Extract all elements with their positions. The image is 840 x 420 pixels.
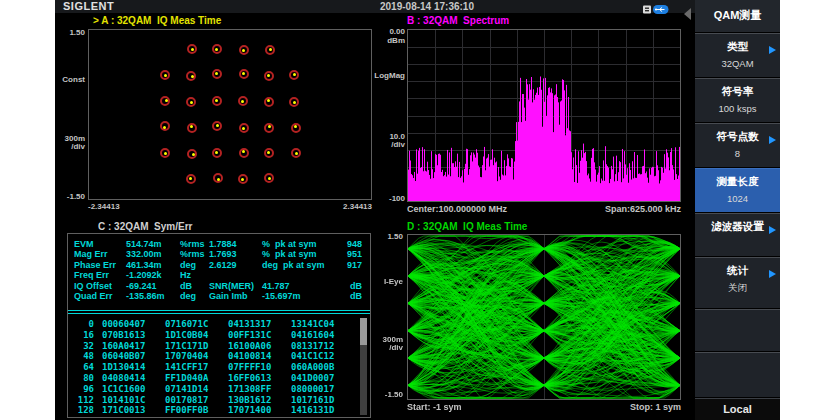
- constellation-point: [160, 70, 170, 80]
- constellation-point: [186, 97, 196, 107]
- submenu-arrow-icon: [769, 226, 776, 234]
- b-ref-unit: dBm: [361, 36, 405, 45]
- b-ymin-label: -100: [361, 194, 405, 203]
- spectrum-plot: [407, 29, 681, 202]
- constellation-point: [264, 148, 274, 158]
- constellation-point: [291, 123, 301, 133]
- sidebar-item-symbol-points[interactable]: 符号点数8: [695, 122, 780, 167]
- a-scale-unit: /div: [55, 142, 85, 151]
- d-scale-unit: /div: [359, 343, 403, 352]
- sidebar-item-label: 符号点数: [695, 123, 780, 144]
- constellation-point: [160, 96, 170, 106]
- constellation-point: [187, 44, 197, 54]
- constellation-point: [238, 174, 248, 184]
- sidebar-item-label: 滤波器设置: [695, 213, 780, 234]
- b-trace-label: LogMag: [361, 71, 405, 80]
- constellation-point: [264, 123, 274, 133]
- topbar: SIGLENT 2019-08-14 17:36:10: [55, 0, 695, 13]
- sidebar-item-value: 32QAM: [695, 58, 780, 69]
- meas-row: Quad Err-135.86mdegGain Imb-15.697mdB: [68, 291, 370, 301]
- sidebar-item-type[interactable]: 类型32QAM: [695, 32, 780, 77]
- hex-scrollbar[interactable]: [360, 318, 367, 415]
- sidebar-item-symbol-rate[interactable]: 符号率100 ksps: [695, 77, 780, 122]
- constellation-point: [212, 121, 222, 131]
- sidebar-item-label: 统计: [695, 257, 780, 278]
- window-b-title[interactable]: B : 32QAM Spectrum: [407, 15, 509, 26]
- constellation-point: [213, 173, 223, 183]
- screenshot-root: SIGLENT 2019-08-14 17:36:10 > A : 32QAM …: [0, 0, 840, 420]
- menu-items: 类型32QAM符号率100 ksps符号点数8测量长度1024滤波器设置统计关闭: [695, 32, 780, 308]
- sidebar-blank-section: [695, 308, 780, 351]
- sidebar-item-meas-length[interactable]: 测量长度1024: [695, 167, 780, 212]
- sidebar-blank-section: [695, 351, 780, 397]
- sidebar-item-value: 100 ksps: [695, 103, 780, 114]
- a-ymax-label: 1.50: [55, 28, 85, 37]
- meas-row: Mag Err332.00m%rms1.7693% pk at sym951: [68, 249, 370, 259]
- a-ymin-label: -1.50: [55, 192, 85, 201]
- d-trace-label: I-Eye: [359, 277, 403, 286]
- b-ref-level: 0.00: [361, 27, 405, 36]
- constellation-point: [239, 45, 249, 55]
- constellation-point: [265, 45, 275, 55]
- d-start-label: Start: -1 sym: [407, 402, 462, 412]
- sidebar-item-label: 符号率: [695, 78, 780, 99]
- submenu-arrow-icon: [769, 136, 776, 144]
- constellation-point: [187, 149, 197, 159]
- b-scale-unit: /div: [361, 140, 405, 149]
- meas-row: IQ Offset-69.241dBSNR(MER)41.787dB: [68, 281, 370, 291]
- eye-canvas: [408, 235, 680, 399]
- b-center-freq: Center:100.000000 MHz: [407, 204, 507, 214]
- window-a-title[interactable]: > A : 32QAM IQ Meas Time: [93, 15, 221, 26]
- submenu-arrow-icon: [769, 46, 776, 54]
- constellation-point: [187, 123, 197, 133]
- d-ymax-label: 1.50: [359, 232, 403, 241]
- datetime-display: 2019-08-14 17:36:10: [380, 1, 474, 12]
- local-button[interactable]: Local: [695, 397, 780, 420]
- constellation-point: [289, 97, 299, 107]
- constellation-point: [291, 148, 301, 158]
- sidebar-item-statistics[interactable]: 统计关闭: [695, 256, 780, 308]
- menu-header: QAM测量: [695, 0, 780, 32]
- constellation-point: [212, 148, 222, 158]
- constellation-point: [239, 123, 249, 133]
- collapse-menu-arrow-icon[interactable]: [684, 8, 691, 20]
- constellation-plot: [88, 29, 372, 200]
- a-xmin-label: -2.34413: [88, 202, 120, 211]
- sidebar-item-filter-settings[interactable]: 滤波器设置: [695, 212, 780, 256]
- constellation-point: [239, 69, 249, 79]
- meas-row: EVM514.74m%rms1.7884% pk at sym948: [68, 239, 370, 249]
- submenu-arrow-icon: [769, 270, 776, 278]
- constellation-point: [186, 174, 196, 184]
- constellation-point: [212, 96, 222, 106]
- a-xmax-label: 2.34413: [285, 202, 372, 211]
- b-span: Span:625.000 kHz: [535, 204, 681, 214]
- meas-row: Phase Err461.34mdeg2.6129deg pk at sym91…: [68, 260, 370, 270]
- meas-row: Freq Err-1.2092kHz: [68, 270, 370, 280]
- spectrum-canvas: [408, 30, 680, 201]
- constellation-point: [160, 121, 170, 131]
- constellation-point: [264, 71, 274, 81]
- d-ymin-label: -1.50: [359, 390, 403, 399]
- constellation-point: [264, 173, 274, 183]
- constellation-points: [89, 30, 371, 199]
- table-separator: [68, 310, 370, 314]
- eye-plot: [407, 234, 681, 400]
- sidebar-item-value: 关闭: [695, 282, 780, 295]
- sidebar-item-value: 8: [695, 148, 780, 159]
- constellation-point: [212, 69, 222, 79]
- window-c-title[interactable]: C : 32QAM Sym/Err: [98, 221, 192, 232]
- usb-icon: [643, 1, 669, 12]
- constellation-point: [289, 70, 299, 80]
- d-stop-label: Stop: 1 sym: [555, 402, 681, 412]
- siglent-logo: SIGLENT: [63, 0, 114, 12]
- constellation-point: [186, 71, 196, 81]
- constellation-point: [160, 148, 170, 158]
- constellation-point: [212, 44, 222, 54]
- sidebar-item-value: 1024: [695, 193, 780, 204]
- constellation-point: [238, 96, 248, 106]
- window-d-title[interactable]: D : 32QAM IQ Meas Time: [407, 221, 527, 232]
- constellation-point: [264, 97, 274, 107]
- symerr-frame: EVM514.74m%rms1.7884% pk at sym948Mag Er…: [67, 233, 371, 418]
- a-trace-label: Const: [55, 75, 85, 84]
- constellation-point: [239, 148, 249, 158]
